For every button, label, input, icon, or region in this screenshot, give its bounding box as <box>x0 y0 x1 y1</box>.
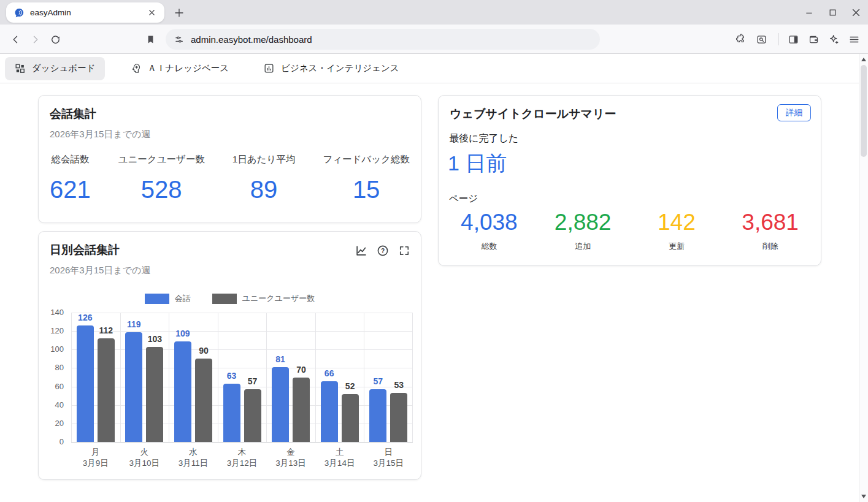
nav-item-ai-knowledge-base[interactable]: ＡＩナレッジベース <box>121 57 239 80</box>
site-favicon-icon <box>13 7 25 18</box>
stat-pages-total: 4,038 総数 <box>442 210 536 252</box>
chart-bar-label: 119 <box>117 319 151 329</box>
browser-tab-strip: easyAdmin <box>0 0 868 25</box>
conversation-summary-card: 会話集計 2026年3月15日までの週 総会話数 621 ユニークユーザー数 5… <box>38 95 421 223</box>
chart-bar <box>369 389 386 442</box>
window-maximize-button[interactable] <box>825 5 840 20</box>
back-button[interactable] <box>6 29 25 49</box>
dashboard-icon <box>14 63 26 74</box>
chart-bar <box>146 347 163 442</box>
y-tick-label: 140 <box>39 308 64 317</box>
stat-total-conversations: 総会話数 621 <box>50 153 91 203</box>
window-minimize-button[interactable] <box>802 5 816 20</box>
crawl-stats-row: 4,038 総数 2,882 追加 142 更新 3,681 削除 <box>442 210 817 252</box>
window-close-button[interactable] <box>848 5 863 20</box>
chart-bar <box>98 338 115 442</box>
x-tick-label: 月3月9日 <box>71 447 120 469</box>
chart-bar-label: 57 <box>236 376 270 386</box>
card-subtitle: 2026年3月15日までの週 <box>50 129 150 140</box>
scrollbar-down-arrow-icon[interactable] <box>861 495 866 498</box>
grid-line <box>71 405 413 406</box>
nav-item-label: ＡＩナレッジベース <box>148 63 229 74</box>
details-button[interactable]: 詳細 <box>777 104 811 121</box>
legend-swatch-conversations <box>145 294 169 304</box>
nav-item-dashboard[interactable]: ダッシュボード <box>5 57 105 80</box>
fullscreen-icon[interactable] <box>398 244 411 257</box>
forward-button[interactable] <box>25 29 45 49</box>
y-tick-label: 20 <box>39 419 64 428</box>
grid-line <box>71 313 72 442</box>
chart-bar <box>272 367 289 442</box>
y-tick-label: 100 <box>39 344 64 354</box>
last-completed-value: 1 日前 <box>448 150 507 178</box>
card-title: 会話集計 <box>50 106 96 122</box>
grid-line <box>412 313 413 442</box>
nav-item-business-intelligence[interactable]: ビジネス・インテリジェンス <box>254 57 409 80</box>
chart-bar <box>195 359 212 442</box>
stat-pages-added: 2,882 追加 <box>536 210 630 252</box>
x-tick-label: 日3月15日 <box>364 447 413 469</box>
x-tick-label: 土3月14日 <box>315 447 364 469</box>
y-tick-label: 80 <box>39 363 64 372</box>
url-text: admin.easybot.me/dashboard <box>191 34 312 45</box>
sidebar-icon[interactable] <box>783 29 803 49</box>
page-scrollbar[interactable] <box>859 54 868 502</box>
search-tabs-icon[interactable] <box>751 29 771 49</box>
legend-swatch-unique-users <box>212 294 237 304</box>
chart-bar-label: 81 <box>263 354 298 364</box>
pages-label: ページ <box>449 192 478 205</box>
scrollbar-up-arrow-icon[interactable] <box>861 58 866 61</box>
stat-pages-updated: 142 更新 <box>630 210 724 252</box>
card-title: 日別会話集計 <box>50 242 120 258</box>
legend-label: 会話 <box>175 293 191 304</box>
stat-pages-deleted: 3,681 削除 <box>723 210 817 252</box>
x-tick-label: 水3月11日 <box>169 447 218 469</box>
chart-legend: 会話 ユニークユーザー数 <box>39 293 421 304</box>
extensions-icon[interactable] <box>731 29 750 49</box>
stat-unique-users: ユニークユーザー数 528 <box>118 153 205 203</box>
bookmark-icon[interactable] <box>140 29 160 49</box>
scrollbar-thumb[interactable] <box>861 65 867 157</box>
menu-icon[interactable] <box>844 29 864 49</box>
permissions-icon[interactable] <box>174 34 185 45</box>
browser-tab[interactable]: easyAdmin <box>6 2 164 23</box>
business-intelligence-icon <box>263 63 275 74</box>
chart-bar <box>244 389 261 442</box>
line-chart-toggle-icon[interactable] <box>355 244 368 257</box>
help-icon[interactable]: ? <box>376 244 390 257</box>
chart-bar <box>77 325 94 442</box>
card-title: ウェブサイトクロールサマリー <box>450 106 616 122</box>
svg-text:?: ? <box>381 248 385 254</box>
chart-bar-label: 53 <box>382 380 416 390</box>
reload-button[interactable] <box>45 29 65 49</box>
grid-line <box>71 349 413 350</box>
grid-line <box>71 368 413 368</box>
chart-x-axis: 月3月9日火3月10日水3月11日木3月12日金3月13日土3月14日日3月15… <box>71 447 413 471</box>
tab-title: easyAdmin <box>30 8 145 17</box>
chart-bar <box>125 332 142 442</box>
nav-item-label: ダッシュボード <box>32 63 96 74</box>
stat-total-feedback: フィードバック総数 15 <box>323 153 410 203</box>
new-tab-button[interactable] <box>172 6 186 20</box>
chart-plot-area: 126112119103109906357817066525753 <box>71 313 413 442</box>
x-tick-label: 火3月10日 <box>120 447 169 469</box>
x-tick-label: 木3月12日 <box>218 447 267 469</box>
ai-sparkle-icon[interactable] <box>824 29 843 49</box>
wallet-icon[interactable] <box>804 29 823 49</box>
x-tick-label: 金3月13日 <box>266 447 315 469</box>
page-navbar: ダッシュボード ＡＩナレッジベース ビジネス・インテリジェンス <box>0 54 859 83</box>
toolbar-separator <box>778 33 778 45</box>
nav-item-label: ビジネス・インテリジェンス <box>281 63 399 74</box>
chart-bar-label: 126 <box>68 313 102 322</box>
chart-bar <box>390 393 407 442</box>
y-tick-label: 120 <box>39 326 64 335</box>
url-bar[interactable]: admin.easybot.me/dashboard <box>166 29 600 50</box>
card-subtitle: 2026年3月15日までの週 <box>50 265 150 276</box>
y-tick-label: 40 <box>39 400 64 409</box>
last-completed-label: 最後に完了した <box>449 132 518 145</box>
dashboard-content: 会話集計 2026年3月15日までの週 総会話数 621 ユニークユーザー数 5… <box>0 83 859 502</box>
crawl-summary-card: ウェブサイトクロールサマリー 詳細 最後に完了した 1 日前 ページ 4,038… <box>438 95 821 266</box>
tab-close-icon[interactable] <box>145 6 158 20</box>
browser-toolbar: admin.easybot.me/dashboard <box>0 25 868 54</box>
conversation-stats-row: 総会話数 621 ユニークユーザー数 528 1日あたり平均 89 フィードバッ… <box>50 153 410 203</box>
